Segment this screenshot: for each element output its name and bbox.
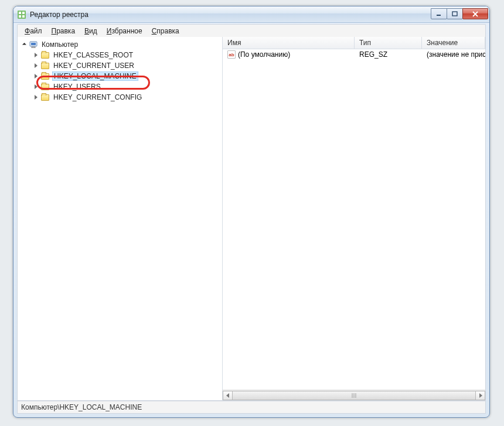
window-controls bbox=[431, 9, 488, 19]
expand-icon[interactable] bbox=[33, 63, 39, 69]
expand-icon[interactable] bbox=[33, 84, 39, 90]
folder-icon bbox=[40, 72, 50, 80]
menu-view[interactable]: Вид bbox=[80, 26, 102, 36]
list-item[interactable]: ab(По умолчанию) REG_SZ (значение не при… bbox=[223, 49, 485, 60]
horizontal-scrollbar[interactable] bbox=[223, 390, 485, 400]
svg-rect-9 bbox=[32, 47, 35, 48]
folder-icon bbox=[40, 51, 50, 59]
expand-icon[interactable] bbox=[33, 52, 39, 59]
svg-rect-8 bbox=[31, 43, 36, 45]
tree-label: HKEY_LOCAL_MACHINE bbox=[52, 71, 138, 81]
folder-icon bbox=[40, 83, 50, 91]
maximize-button[interactable] bbox=[447, 8, 463, 19]
expand-icon[interactable] bbox=[33, 94, 39, 101]
app-icon bbox=[17, 10, 26, 19]
folder-icon bbox=[40, 93, 50, 101]
menu-favorites[interactable]: Избранное bbox=[102, 26, 147, 36]
computer-icon bbox=[29, 40, 38, 49]
list-body[interactable]: ab(По умолчанию) REG_SZ (значение не при… bbox=[223, 49, 485, 390]
scroll-thumb[interactable] bbox=[232, 391, 476, 400]
svg-rect-3 bbox=[19, 15, 21, 18]
folder-icon bbox=[40, 62, 50, 70]
column-header-value[interactable]: Значение bbox=[422, 37, 485, 49]
tree-label: HKEY_CURRENT_CONFIG bbox=[52, 93, 143, 101]
window-title: Редактор реестра bbox=[30, 11, 431, 19]
expand-icon[interactable] bbox=[33, 73, 39, 80]
value-name: (По умолчанию) bbox=[238, 50, 290, 59]
string-value-icon: ab bbox=[227, 50, 236, 59]
tree-key-hkcc[interactable]: HKEY_CURRENT_CONFIG bbox=[32, 92, 222, 103]
tree-label: HKEY_CLASSES_ROOT bbox=[52, 51, 134, 59]
value-data-cell: (значение не присво bbox=[422, 50, 485, 59]
value-type-cell: REG_SZ bbox=[355, 50, 422, 59]
status-path: Компьютер\HKEY_LOCAL_MACHINE bbox=[21, 403, 142, 411]
tree-label: HKEY_CURRENT_USER bbox=[52, 62, 135, 70]
content-area: Компьютер HKEY_CLASSES_ROOT HKEY_CURRENT… bbox=[17, 37, 486, 401]
registry-tree[interactable]: Компьютер HKEY_CLASSES_ROOT HKEY_CURRENT… bbox=[18, 37, 223, 400]
values-list: Имя Тип Значение ab(По умолчанию) REG_SZ… bbox=[223, 37, 485, 400]
tree-key-hkcr[interactable]: HKEY_CLASSES_ROOT bbox=[32, 50, 222, 60]
column-header-name[interactable]: Имя bbox=[223, 37, 355, 49]
svg-rect-2 bbox=[22, 12, 25, 14]
close-button[interactable] bbox=[462, 8, 488, 19]
menubar: Файл Правка Вид Избранное Справка bbox=[17, 24, 486, 37]
list-header: Имя Тип Значение bbox=[223, 37, 485, 49]
svg-rect-1 bbox=[19, 12, 21, 14]
scroll-left-button[interactable] bbox=[223, 391, 233, 400]
value-name-cell: ab(По умолчанию) bbox=[223, 50, 355, 59]
titlebar[interactable]: Редактор реестра bbox=[13, 6, 489, 23]
tree-key-hklm[interactable]: HKEY_LOCAL_MACHINE bbox=[32, 71, 222, 81]
window-frame: Редактор реестра Файл Правка Вид Избранн… bbox=[13, 6, 490, 418]
tree-key-hku[interactable]: HKEY_USERS bbox=[32, 81, 222, 92]
tree-label: Компьютер bbox=[40, 40, 79, 49]
svg-rect-4 bbox=[22, 15, 25, 18]
menu-help[interactable]: Справка bbox=[147, 26, 184, 36]
tree-label: HKEY_USERS bbox=[52, 83, 102, 91]
tree-children: HKEY_CLASSES_ROOT HKEY_CURRENT_USER HKEY… bbox=[20, 50, 222, 103]
expand-icon[interactable] bbox=[21, 42, 28, 48]
scroll-right-button[interactable] bbox=[475, 391, 485, 400]
svg-rect-6 bbox=[452, 12, 457, 16]
column-header-type[interactable]: Тип bbox=[355, 37, 422, 49]
minimize-button[interactable] bbox=[431, 8, 447, 19]
menu-file[interactable]: Файл bbox=[20, 26, 47, 36]
statusbar: Компьютер\HKEY_LOCAL_MACHINE bbox=[17, 401, 486, 414]
tree-key-hkcu[interactable]: HKEY_CURRENT_USER bbox=[32, 60, 222, 71]
tree-root-computer[interactable]: Компьютер bbox=[20, 39, 222, 50]
menu-edit[interactable]: Правка bbox=[47, 26, 80, 36]
